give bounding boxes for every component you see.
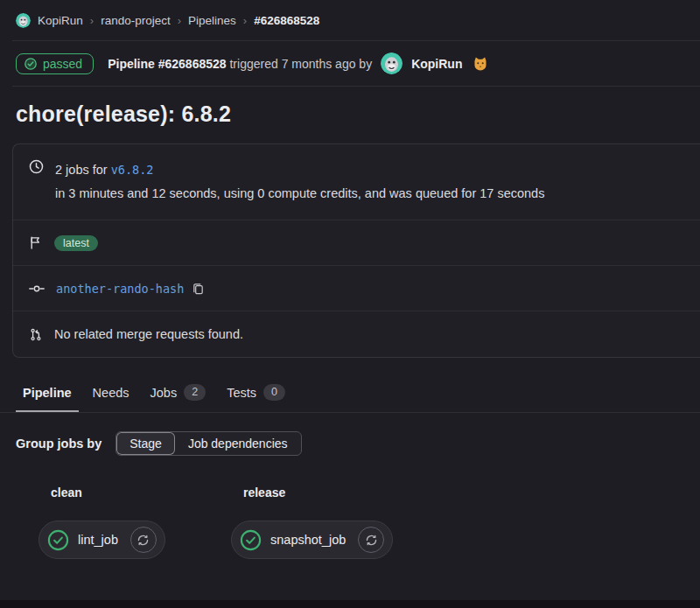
stage-column-clean: clean lint_job: [38, 486, 168, 559]
pipeline-label: Pipeline #626868528: [108, 57, 226, 71]
retry-job-button[interactable]: [358, 527, 384, 553]
merge-request-icon: [29, 327, 43, 342]
retry-job-button[interactable]: [130, 527, 157, 553]
latest-row: latest: [13, 220, 700, 266]
jobs-count-text: 2 jobs for: [55, 163, 108, 177]
commit-row: another-rando-hash: [13, 266, 700, 311]
pipeline-status-row: passed Pipeline #626868528 triggered 7 m…: [12, 41, 700, 87]
jobs-summary-text: 2 jobs for v6.8.2 in 3 minutes and 12 se…: [55, 158, 544, 206]
group-by-dependencies-button[interactable]: Job dependencies: [175, 432, 301, 455]
tab-pipeline[interactable]: Pipeline: [16, 379, 79, 412]
copy-icon: [192, 282, 205, 296]
jobs-summary-row: 2 jobs for v6.8.2 in 3 minutes and 12 se…: [13, 144, 700, 220]
retry-icon: [136, 534, 150, 547]
cat-face-icon: [472, 56, 488, 72]
pipeline-trigger-text: Pipeline #626868528 triggered 7 months a…: [108, 57, 372, 71]
latest-badge[interactable]: latest: [54, 235, 98, 251]
retry-icon: [365, 534, 378, 547]
status-badge[interactable]: passed: [16, 53, 94, 74]
monkey-avatar-icon: [16, 13, 31, 28]
tab-label: Jobs: [150, 386, 178, 400]
group-jobs-controls: Group jobs by Stage Job dependencies: [12, 431, 700, 456]
tests-count-badge: 0: [263, 384, 285, 401]
ref-link[interactable]: v6.8.2: [111, 163, 154, 177]
breadcrumb-separator: ›: [243, 14, 247, 27]
group-by-stage-button[interactable]: Stage: [116, 432, 175, 455]
job-pill-snapshot-job[interactable]: snapshot_job: [231, 521, 393, 559]
commit-hash-link[interactable]: another-rando-hash: [56, 282, 184, 296]
tab-needs[interactable]: Needs: [86, 379, 136, 412]
duration-text: in 3 minutes and 12 seconds, using 0 com…: [55, 182, 544, 206]
project-owner-avatar[interactable]: [16, 13, 31, 28]
tab-label: Needs: [93, 386, 130, 400]
flag-icon: [29, 235, 43, 250]
merge-request-row: No related merge requests found.: [13, 311, 700, 357]
pipeline-tabs: Pipeline Needs Jobs 2 Tests 0: [0, 377, 700, 413]
next-section-edge: [0, 600, 700, 608]
job-success-icon: [240, 529, 262, 551]
group-by-segmented-control: Stage Job dependencies: [116, 431, 301, 456]
breadcrumb-owner[interactable]: KopiRun: [38, 14, 83, 27]
job-pill-lint-job[interactable]: lint_job: [38, 521, 165, 559]
breadcrumb-pipeline-id: #626868528: [254, 14, 319, 27]
monkey-avatar-icon: [381, 52, 402, 74]
status-badge-label: passed: [43, 57, 82, 71]
page-title: chore(release): 6.8.2: [12, 87, 700, 143]
stage-name: clean: [38, 486, 168, 500]
tab-label: Pipeline: [23, 386, 72, 400]
pipeline-details-card: 2 jobs for v6.8.2 in 3 minutes and 12 se…: [12, 143, 700, 358]
pipeline-graph: clean lint_job r: [12, 486, 700, 559]
job-success-icon: [47, 529, 69, 551]
group-jobs-label: Group jobs by: [16, 437, 102, 451]
breadcrumb-separator: ›: [90, 14, 94, 27]
tab-tests[interactable]: Tests 0: [220, 377, 292, 413]
pipeline-page: KopiRun › rando-project › Pipelines › #6…: [0, 0, 700, 559]
breadcrumb-pipelines[interactable]: Pipelines: [188, 14, 236, 27]
tab-jobs[interactable]: Jobs 2: [144, 377, 214, 413]
breadcrumb-separator: ›: [178, 14, 181, 27]
job-name: snapshot_job: [270, 533, 346, 547]
jobs-count-badge: 2: [184, 384, 206, 401]
clock-icon: [29, 159, 44, 174]
merge-request-text: No related merge requests found.: [54, 327, 243, 341]
triggered-text: triggered 7 months ago by: [229, 57, 372, 71]
trigger-user-name[interactable]: KopiRun: [411, 57, 462, 71]
breadcrumb: KopiRun › rando-project › Pipelines › #6…: [12, 0, 700, 41]
breadcrumb-project[interactable]: rando-project: [101, 14, 171, 27]
tab-label: Tests: [227, 386, 256, 400]
trigger-user-avatar[interactable]: [381, 52, 402, 74]
stage-name: release: [231, 486, 393, 500]
commit-icon: [29, 283, 45, 295]
check-circle-icon: [24, 57, 38, 71]
stage-column-release: release snapshot_job: [231, 486, 393, 559]
job-name: lint_job: [78, 533, 118, 547]
copy-commit-button[interactable]: [192, 282, 205, 296]
